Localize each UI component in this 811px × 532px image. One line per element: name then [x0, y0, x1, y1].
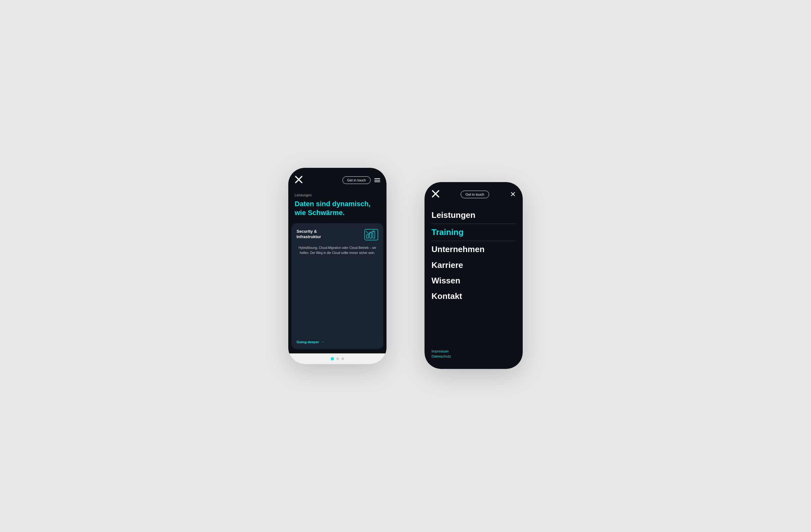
phone-1-card-area: Security &Infrastruktur Hybrid [288, 223, 386, 354]
phone-2-nav: Leistungen Training Unternehmen Karriere… [425, 204, 523, 344]
svg-rect-3 [367, 235, 368, 238]
phone-2-logo-icon[interactable] [431, 190, 440, 199]
logo-icon[interactable] [295, 175, 303, 185]
phone-2-footer: Impressum Datenschutz [425, 344, 523, 369]
service-card: Security &Infrastruktur Hybrid [291, 223, 383, 349]
nav-item-training[interactable]: Training [431, 224, 516, 240]
going-deeper-link[interactable]: Going deeper → [296, 340, 378, 344]
chart-icon [364, 229, 378, 241]
get-in-touch-button[interactable]: Get in touch [342, 176, 371, 184]
datenschutz-link[interactable]: Datenschutz [431, 354, 516, 358]
arrow-icon: → [321, 340, 324, 344]
card-description: Hybridlösung, Cloud-Migration oder Cloud… [296, 246, 378, 255]
nav-divider-2 [431, 241, 516, 241]
card-header: Security &Infrastruktur [296, 229, 378, 241]
card-title: Security &Infrastruktur [296, 229, 321, 240]
impressum-link[interactable]: Impressum [431, 349, 516, 353]
dot-1[interactable] [331, 357, 334, 360]
phone-1-header-right: Get in touch [342, 176, 380, 184]
nav-item-kontakt[interactable]: Kontakt [431, 288, 516, 304]
phone-2-frame: Get in touch ✕ Leistungen Training Unter… [425, 182, 523, 369]
nav-divider-1 [431, 223, 516, 224]
phone-2-screen: Get in touch ✕ Leistungen Training Unter… [425, 182, 523, 369]
hamburger-menu-icon[interactable] [374, 178, 380, 182]
phone-2-header: Get in touch ✕ [425, 182, 523, 204]
nav-item-leistungen[interactable]: Leistungen [431, 207, 516, 223]
phone-1-screen: Get in touch Leistungen Daten sind dynam… [288, 168, 386, 364]
svg-rect-5 [373, 231, 375, 238]
nav-item-wissen[interactable]: Wissen [431, 273, 516, 288]
phone-2-get-in-touch-button[interactable]: Get in touch [461, 191, 489, 198]
svg-line-6 [366, 231, 369, 234]
phone-1-hero: Leistungen Daten sind dynamisch, wie Sch… [288, 190, 386, 223]
hero-title: Daten sind dynamisch, wie Schwärme. [295, 200, 380, 217]
close-menu-icon[interactable]: ✕ [510, 190, 516, 199]
leistungen-label: Leistungen [295, 193, 380, 197]
nav-item-unternehmen[interactable]: Unternehmen [431, 241, 516, 257]
pagination-dots [288, 354, 386, 364]
going-deeper-text: Going deeper [296, 340, 319, 344]
phone-1-frame: Get in touch Leistungen Daten sind dynam… [288, 168, 386, 364]
nav-item-karriere[interactable]: Karriere [431, 257, 516, 273]
dot-3[interactable] [341, 358, 344, 360]
phone-1-header: Get in touch [288, 168, 386, 190]
svg-rect-4 [370, 232, 372, 238]
dot-2[interactable] [336, 358, 339, 360]
